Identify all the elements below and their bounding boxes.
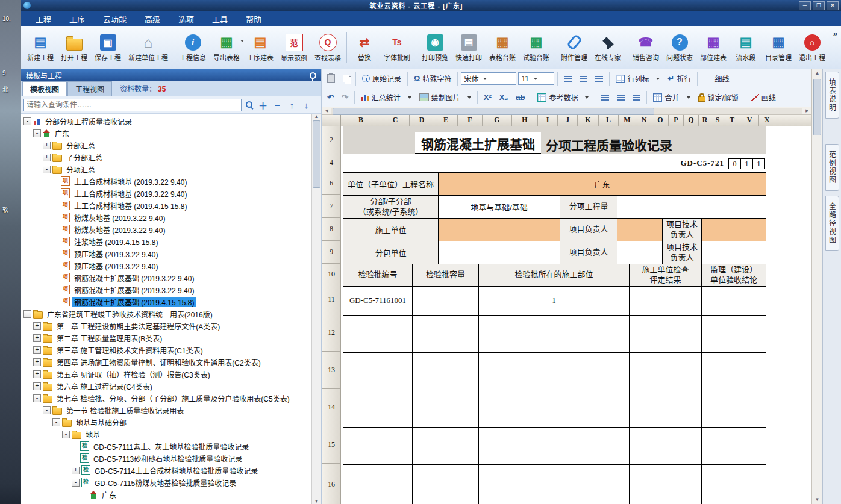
batch-cell[interactable] bbox=[479, 352, 630, 390]
tree-item[interactable]: -广东省建筑工程竣工验收技术资料统一用表(2016版) bbox=[21, 308, 311, 320]
format-button[interactable]: ↷ bbox=[339, 92, 351, 103]
minimize-button[interactable]: ─ bbox=[799, 1, 811, 10]
format-button-align-right[interactable] bbox=[592, 75, 606, 83]
tree-item[interactable]: 广东 bbox=[21, 488, 311, 500]
menu-item-4[interactable]: 选项 bbox=[170, 11, 202, 26]
tree-item[interactable]: +第六章 施工过程记录(C4类表) bbox=[21, 380, 311, 392]
toolbar-button-font-brush[interactable]: Ts字体批刷 bbox=[380, 32, 414, 64]
batch-cell[interactable] bbox=[630, 286, 702, 315]
toolbar-button-find-table[interactable]: Q查找表格 bbox=[311, 31, 345, 64]
tree-item[interactable]: 项预压地基 (2019.3.22 9.40) bbox=[21, 247, 311, 260]
row-header[interactable]: 10 bbox=[322, 264, 340, 285]
format-button-drawline[interactable]: 画线 bbox=[748, 91, 779, 104]
row-header[interactable]: 14 bbox=[322, 389, 340, 426]
toolbar-button-replace[interactable]: ⇄替换 bbox=[349, 32, 380, 64]
batch-cell[interactable] bbox=[413, 352, 479, 390]
tree-item[interactable]: 项注浆地基 (2019.4.15 15.8) bbox=[21, 235, 311, 247]
format-button-stats[interactable]: 汇总统计 bbox=[358, 91, 414, 104]
side-tab-sample-view[interactable]: 范例视图 bbox=[825, 144, 839, 191]
tree-item[interactable]: 检GD-C5-7113砂和砂石地基检验批质量验收记录 bbox=[21, 452, 311, 464]
tech-leader-value[interactable] bbox=[702, 219, 766, 241]
tree-item[interactable]: -广东 bbox=[21, 127, 311, 139]
column-header[interactable]: J bbox=[558, 115, 578, 126]
batch-cell[interactable] bbox=[702, 286, 766, 315]
subitem-value[interactable] bbox=[617, 196, 766, 219]
tree-item[interactable]: -分项汇总 bbox=[21, 163, 311, 175]
expand-icon[interactable]: + bbox=[33, 334, 41, 342]
collapse-icon[interactable]: - bbox=[33, 394, 41, 402]
format-button-thinline[interactable]: 细线 bbox=[701, 72, 732, 85]
batch-cell[interactable] bbox=[479, 427, 630, 464]
batch-cell[interactable] bbox=[343, 315, 413, 352]
column-header[interactable]: N bbox=[636, 115, 652, 126]
format-button-image[interactable]: 绘制图片 bbox=[416, 91, 474, 104]
batch-cell[interactable]: GD-C5-71161001 bbox=[343, 286, 413, 315]
column-header[interactable]: V bbox=[740, 115, 759, 126]
batch-cell[interactable] bbox=[630, 464, 702, 504]
vertical-scrollbar[interactable]: ▲ ▼ bbox=[811, 69, 822, 504]
batch-cell[interactable] bbox=[479, 315, 630, 352]
format-button-copy[interactable] bbox=[340, 73, 352, 84]
toolbar-button-sales[interactable]: ☎销售咨询 bbox=[629, 32, 663, 64]
row-header[interactable]: 4 bbox=[322, 154, 340, 172]
expand-icon[interactable]: + bbox=[33, 370, 41, 378]
collapse-icon[interactable]: - bbox=[33, 129, 41, 137]
subdivision-value[interactable]: 地基与基础/基础 bbox=[439, 196, 560, 219]
format-button-merge[interactable]: 合并 bbox=[650, 91, 693, 104]
toolbar-button-online-expert[interactable]: 在线专家 bbox=[591, 32, 625, 64]
next-result-button[interactable]: ↓ bbox=[301, 100, 311, 110]
toolbar-button-save-project[interactable]: ▣保存工程 bbox=[91, 32, 125, 64]
column-header[interactable]: I bbox=[538, 115, 558, 126]
tree-item[interactable]: 项钢筋混凝土扩展基础 (2019.4.15 15.8) bbox=[21, 296, 311, 308]
tree-item[interactable]: 项粉煤灰地基 (2019.3.22 9.40) bbox=[21, 211, 311, 223]
format-button-align-center[interactable] bbox=[577, 75, 590, 83]
scroll-up-icon[interactable]: ▲ bbox=[314, 114, 319, 119]
collapse-icon[interactable]: - bbox=[43, 406, 51, 414]
search-icon[interactable] bbox=[246, 101, 254, 109]
toolbar-button-new-project[interactable]: ▤新建工程 bbox=[23, 32, 57, 64]
menu-item-5[interactable]: 工具 bbox=[204, 11, 236, 26]
toolbar-button-flow-section[interactable]: ▤流水段 bbox=[730, 32, 761, 64]
font-select[interactable]: 宋体 bbox=[461, 72, 516, 85]
tree-item[interactable]: +第一章 工程建设前期主要法定基建程序文件(A类表) bbox=[21, 320, 311, 332]
format-button[interactable]: X₂ bbox=[496, 92, 511, 103]
toolbar-button-new-unit-project[interactable]: ⌂新建单位工程 bbox=[125, 32, 172, 64]
expand-icon[interactable]: + bbox=[72, 467, 80, 474]
format-button-lock[interactable]: 锁定/解锁 bbox=[695, 91, 742, 104]
toolbar-button-project-info[interactable]: i工程信息 bbox=[176, 32, 210, 64]
batch-cell[interactable]: 1 bbox=[479, 286, 630, 315]
toolbar-button-export-tables[interactable]: ▦导出表格 bbox=[210, 32, 243, 64]
row-header[interactable]: 13 bbox=[322, 352, 340, 389]
sub-tech-leader-value[interactable] bbox=[702, 241, 766, 264]
pin-icon[interactable] bbox=[310, 72, 316, 79]
tree-item[interactable]: 项粉煤灰地基 (2019.3.22 9.40) bbox=[21, 223, 311, 235]
tree-item[interactable]: 检GD-C5-7111素土、灰土地基检验批质量验收记录 bbox=[21, 440, 311, 452]
tree-item[interactable]: -地基与基础分部 bbox=[21, 416, 311, 428]
tab-template-view[interactable]: 模板视图 bbox=[22, 81, 67, 96]
row-header[interactable]: 12 bbox=[322, 314, 340, 352]
tree-item[interactable]: +第二章 工程质量监理用表(B类表) bbox=[21, 332, 311, 344]
code-box[interactable]: 1 bbox=[752, 158, 765, 169]
format-button-align-top[interactable] bbox=[598, 93, 612, 102]
batch-cell[interactable] bbox=[343, 390, 413, 427]
batch-cell[interactable] bbox=[702, 352, 766, 390]
hscroll-thumb[interactable] bbox=[333, 108, 654, 115]
tree-item[interactable]: +第四章 进场施工物资质量控制、证明和验收文件通用表(C2类表) bbox=[21, 356, 311, 368]
format-button-align-left[interactable] bbox=[561, 75, 575, 83]
tree-item[interactable]: 项土工合成材料地基 (2019.3.22 9.40) bbox=[21, 175, 311, 187]
scroll-down-icon[interactable]: ▼ bbox=[314, 499, 319, 504]
collapse-icon[interactable]: - bbox=[43, 166, 51, 173]
menu-item-6[interactable]: 帮助 bbox=[237, 11, 270, 26]
column-header[interactable]: M bbox=[619, 115, 636, 126]
hscroll-track[interactable] bbox=[331, 108, 802, 114]
scroll-thumb[interactable] bbox=[313, 120, 320, 188]
tree-item[interactable]: +第三章 施工管理和技术文件资料用表(C1类表) bbox=[21, 344, 311, 356]
toolbar-button-attachments[interactable]: 附件管理 bbox=[557, 32, 591, 64]
tree-item[interactable]: +第五章 见证取（抽）样检验（测）报告(C3类表) bbox=[21, 368, 311, 380]
toolbar-button-process-tables[interactable]: ▤工序建表 bbox=[243, 32, 277, 64]
format-button[interactable]: ↶ bbox=[324, 92, 337, 103]
expand-icon[interactable]: + bbox=[33, 346, 41, 354]
batch-cell[interactable] bbox=[343, 464, 413, 504]
column-header[interactable]: T bbox=[724, 115, 740, 126]
close-button[interactable]: ✕ bbox=[827, 1, 839, 10]
